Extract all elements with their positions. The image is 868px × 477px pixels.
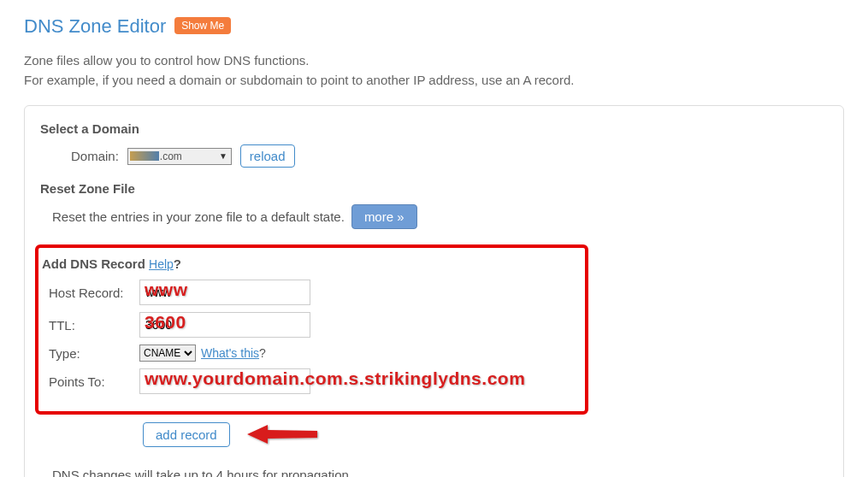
type-select[interactable]: CNAME [139,344,196,362]
intro-text: Zone files allow you to control how DNS … [24,51,844,90]
reset-zone-text: Reset the entries in your zone file to a… [52,209,345,224]
type-label: Type: [49,346,139,361]
help-q: ? [174,256,181,271]
svg-marker-0 [247,425,317,444]
intro-line-1: Zone files allow you to control how DNS … [24,51,844,71]
domain-select[interactable]: .com ▼ [127,148,232,165]
ttl-label: TTL: [49,318,139,333]
host-record-input[interactable] [139,280,310,305]
page-title: DNS Zone Editor [24,15,166,38]
points-to-input[interactable] [139,368,310,394]
domain-suffix: .com [160,150,182,162]
domain-label: Domain: [71,149,119,163]
reset-zone-title: Reset Zone File [40,181,828,196]
chevron-down-icon: ▼ [219,151,227,161]
more-button[interactable]: more » [351,204,417,229]
points-to-label: Points To: [49,374,139,389]
add-record-button[interactable]: add record [143,422,230,447]
add-record-title-text: Add DNS Record [42,256,145,271]
intro-line-2: For example, if you need a domain or sub… [24,71,844,91]
add-dns-record-title: Add DNS Record Help? [42,256,578,271]
propagation-footnote: DNS changes will take up to 4 hours for … [52,468,828,477]
domain-blurred-name [130,151,159,161]
show-me-button[interactable]: Show Me [174,17,231,34]
select-domain-title: Select a Domain [40,121,828,136]
help-link[interactable]: Help [149,257,174,271]
dns-panel: Select a Domain Domain: .com ▼ reload Re… [24,105,844,477]
reload-button[interactable]: reload [240,144,295,168]
add-dns-record-highlight: Add DNS Record Help? Host Record: www TT… [35,244,588,415]
arrow-annotation-icon [244,421,321,447]
whats-this-q: ? [259,346,266,360]
ttl-input[interactable] [139,312,310,338]
host-record-label: Host Record: [49,286,139,300]
whats-this-link[interactable]: What's this [201,346,259,360]
